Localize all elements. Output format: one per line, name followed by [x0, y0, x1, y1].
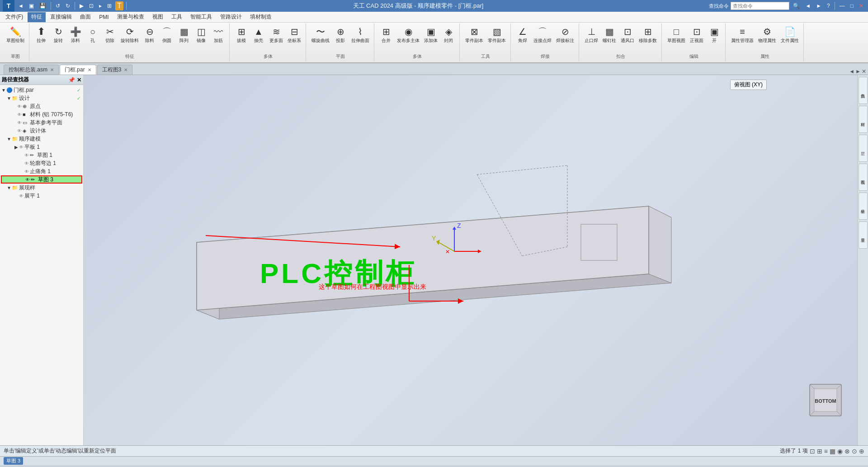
menu-surface[interactable]: 曲面	[76, 12, 94, 22]
search-input[interactable]	[731, 2, 789, 10]
win-maximize[interactable]: □	[849, 2, 855, 10]
orientation-cube[interactable]: BOTTOM	[807, 382, 844, 418]
menu-smart[interactable]: 智能工具	[187, 12, 216, 22]
ribbon-btn-extrude[interactable]: ⬆ 拉伸	[33, 24, 49, 44]
tree-item-contour[interactable]: ▶ 👁 轮廓弯边 1	[1, 159, 82, 167]
ribbon-btn-screw[interactable]: ▦ 螺钉柱	[601, 24, 618, 44]
ribbon-btn-shell[interactable]: ▲ 抽壳	[250, 24, 267, 44]
menu-fill[interactable]: 填材制造	[246, 12, 275, 22]
statusbar-icon-2[interactable]: ⊞	[817, 448, 822, 455]
qa-snap[interactable]: ▸	[97, 2, 104, 10]
tree-item-refplane[interactable]: ▶ 👁 ▭ 基本参考平面	[1, 118, 82, 127]
ribbon-btn-draft[interactable]: ⊞ 拔模	[233, 24, 250, 44]
tab-asm[interactable]: 控制柜总装.asm ✕	[4, 65, 59, 75]
tree-item-seqmodel[interactable]: ▼ 📁 顺序建模	[1, 135, 82, 143]
ribbon-btn-project[interactable]: ⊕ 投影	[332, 24, 349, 44]
tree-item-design[interactable]: ▼ 📁 设计 ✓	[1, 94, 82, 102]
tree-item-flatten1[interactable]: ▶ 👁 展平 1	[1, 192, 82, 200]
tree-item-material[interactable]: ▶ 👁 ■ 材料 (铝 7075-T6)	[1, 110, 82, 118]
ribbon-btn-add[interactable]: ➕ 添料	[67, 24, 84, 44]
menu-feature[interactable]: 特征	[28, 12, 46, 22]
tabs-scroll-right[interactable]: ►	[855, 68, 861, 75]
bottom-tab-sketch3[interactable]: 草图 3	[4, 457, 23, 465]
tab-door[interactable]: 门框.par ✕	[60, 65, 96, 75]
ribbon-btn-sketch-draw[interactable]: ✏️ 草图绘制	[5, 24, 26, 44]
ribbon-btn-revolve[interactable]: ↻ 旋转	[50, 24, 66, 44]
rt-color[interactable]: 颜色	[859, 77, 868, 104]
help-btn[interactable]: ?	[825, 2, 832, 10]
tree-item-body[interactable]: ▶ 👁 ◈ 设计体	[1, 127, 82, 135]
tree-item-relief[interactable]: ▶ 👁 止痛角 1	[1, 167, 82, 175]
tree-expand-flatten[interactable]: ▼	[6, 185, 12, 190]
win-minimize[interactable]: —	[838, 2, 847, 10]
tab-asm-close[interactable]: ✕	[50, 67, 54, 72]
statusbar-icon-7[interactable]: ⊙	[852, 448, 857, 455]
tab-drawing-close[interactable]: ✕	[124, 67, 127, 72]
rt-coord[interactable]: 坐标	[859, 193, 868, 220]
ribbon-btn-phys-prop[interactable]: ⚙ 物理属性	[756, 24, 778, 44]
ribbon-btn-merge[interactable]: ⊞ 合并	[378, 24, 394, 44]
qa-other[interactable]: ⊡	[87, 2, 95, 10]
menu-tools[interactable]: 工具	[168, 12, 186, 22]
ribbon-btn-fillet[interactable]: ⌒ 倒圆	[159, 24, 175, 44]
ribbon-btn-hole[interactable]: ○ 孔	[85, 24, 101, 44]
rt-display[interactable]: 显示	[859, 222, 868, 249]
ribbon-btn-remove-multi[interactable]: ⊞ 移除多数	[637, 24, 659, 44]
qa-t[interactable]: T	[115, 1, 123, 10]
tree-expand-design[interactable]: ▼	[6, 96, 12, 101]
win-close[interactable]: ✕	[857, 2, 865, 10]
menu-pipe[interactable]: 管路设计	[217, 12, 245, 22]
ribbon-btn-revcut[interactable]: ⟳ 旋转除料	[119, 24, 141, 44]
statusbar-icon-3[interactable]: ≡	[824, 448, 828, 455]
qa-grid[interactable]: ⊞	[105, 2, 113, 10]
ribbon-btn-file-prop[interactable]: 📄 文件属性	[779, 24, 801, 44]
qa-redo[interactable]: ↻	[64, 2, 72, 10]
ribbon-btn-sketch-view[interactable]: □ 草图视图	[665, 24, 687, 44]
ribbon-btn-coord[interactable]: ⊟ 坐标系	[286, 24, 303, 44]
viewport[interactable]: 俯视图 (XY) Z	[84, 75, 857, 445]
ribbon-btn-vent[interactable]: ⊡ 通风口	[619, 24, 636, 44]
panel-pin[interactable]: 📌	[68, 77, 75, 83]
menu-pmi[interactable]: PMI	[95, 12, 112, 22]
rt-view[interactable]: 视图	[859, 164, 868, 191]
ribbon-btn-spot-weld[interactable]: ⌒ 连接点焊	[532, 24, 553, 44]
ribbon-btn-partcopy2[interactable]: ▧ 零件副本	[486, 24, 508, 44]
ribbon-btn-partcopy1[interactable]: ⊠ 零件副本	[463, 24, 485, 44]
ribbon-btn-stop[interactable]: ⊥ 止口焊	[583, 24, 600, 44]
qa-open[interactable]: ▣	[27, 2, 36, 10]
ribbon-btn-cut[interactable]: ✂ 切除	[102, 24, 118, 44]
qa-select[interactable]: ▶	[78, 2, 85, 10]
tree-expand-seqmodel[interactable]: ▼	[6, 137, 12, 142]
ribbon-btn-mirror[interactable]: ◫ 镜像	[193, 24, 209, 44]
panel-close[interactable]: ✕	[77, 77, 81, 83]
ribbon-btn-moreface[interactable]: ≋ 更多面	[268, 24, 285, 44]
ribbon-btn-pattern[interactable]: ▦ 阵列	[176, 24, 192, 44]
rt-material[interactable]: 材料	[859, 106, 868, 133]
ribbon-btn-weld-note[interactable]: ⊘ 焊接标注	[554, 24, 576, 44]
help-fwd-btn[interactable]: ►	[814, 2, 823, 10]
ribbon-btn-fillet-weld[interactable]: ∠ 角焊	[514, 24, 531, 44]
statusbar-icon-4[interactable]: ▦	[830, 448, 835, 455]
ribbon-btn-extsurf[interactable]: ⌇ 拉伸曲面	[349, 24, 371, 44]
tree-item-root[interactable]: ▼ 🔵 门框.par ✓	[1, 86, 82, 94]
qa-new[interactable]: ◄	[16, 2, 25, 10]
tab-door-close[interactable]: ✕	[88, 67, 91, 72]
ribbon-btn-rib[interactable]: 〰 加筋	[210, 24, 226, 44]
qa-save[interactable]: 💾	[38, 2, 48, 10]
tabs-close-all[interactable]: ✕	[862, 68, 866, 75]
menu-file[interactable]: 文件(F)	[2, 12, 27, 22]
menu-direct-edit[interactable]: 直接编辑	[47, 12, 75, 22]
tree-item-sketch1[interactable]: ▶ 👁 ✏ 草图 1	[1, 151, 82, 159]
tabs-scroll-left[interactable]: ◄	[849, 68, 854, 75]
help-back-btn[interactable]: ◄	[803, 2, 812, 10]
statusbar-icon-5[interactable]: ◉	[837, 448, 843, 455]
ribbon-btn-close[interactable]: ◈ 封闭	[440, 24, 457, 44]
tab-drawing[interactable]: 工程图3 ✕	[97, 65, 133, 75]
ribbon-btn-remove[interactable]: ⊖ 除料	[142, 24, 158, 44]
ribbon-btn-front-view[interactable]: ⊡ 正视面	[688, 24, 705, 44]
rt-layer[interactable]: 层	[859, 135, 868, 162]
ribbon-btn-addbody[interactable]: ▣ 添加体	[422, 24, 439, 44]
tree-item-sketch3[interactable]: ▶ 👁 ✏ 草图 3	[1, 175, 82, 184]
ribbon-btn-open[interactable]: ▣ 开	[706, 24, 722, 44]
tree-item-plane1[interactable]: ▶ 👁 平板 1	[1, 143, 82, 151]
